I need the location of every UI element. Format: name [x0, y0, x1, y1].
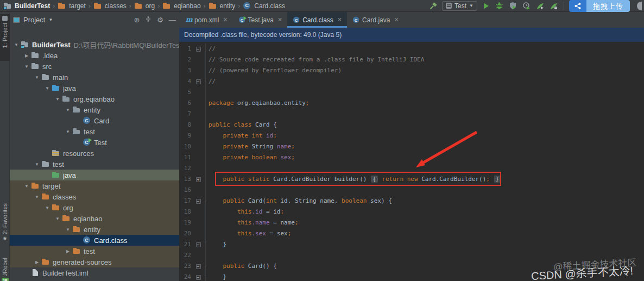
- tree-arrow-icon[interactable]: ▼: [22, 184, 31, 189]
- code-line[interactable]: 21− }: [179, 239, 644, 250]
- tree-arrow-icon[interactable]: ▶: [64, 249, 72, 254]
- tab-close-icon[interactable]: ✕: [337, 16, 342, 23]
- tree-row-buildertest-iml[interactable]: BuilderTest.iml: [10, 267, 179, 278]
- drag-upload-button[interactable]: 拖拽上传: [586, 0, 630, 12]
- fold-plus-icon[interactable]: +: [196, 177, 201, 182]
- breadcrumb-item[interactable]: target: [58, 2, 86, 10]
- jrebel-debug-button[interactable]: [549, 1, 559, 11]
- breadcrumb-item[interactable]: Card.class: [243, 2, 285, 10]
- code-line[interactable]: 10 private String name;: [179, 141, 644, 152]
- tree-arrow-icon[interactable]: ▼: [33, 162, 41, 167]
- tree-arrow-icon[interactable]: ▼: [53, 97, 62, 102]
- tool-window-favorites-button[interactable]: 2: Favorites ★: [0, 203, 10, 258]
- hide-panel-icon[interactable]: —: [169, 16, 176, 23]
- fold-minus-icon[interactable]: −: [196, 264, 201, 269]
- tool-window-jrebel-button[interactable]: JRebel JR: [0, 258, 10, 281]
- tree-arrow-icon[interactable]: ▼: [64, 108, 72, 113]
- editor-tab-test-java[interactable]: Test.java✕: [233, 12, 288, 28]
- tree-row--idea[interactable]: ▶.idea: [10, 50, 179, 61]
- code-line[interactable]: 24− }: [179, 272, 644, 281]
- code-line[interactable]: 17− public Card(int id, String name, boo…: [179, 196, 644, 207]
- tree-arrow-icon[interactable]: ▼: [64, 227, 72, 232]
- tree-row-card-class[interactable]: Card.class: [10, 235, 179, 246]
- fold-minus-icon[interactable]: −: [196, 47, 201, 52]
- tree-row-main[interactable]: ▼main: [10, 72, 179, 83]
- code-line[interactable]: 4−//: [179, 76, 644, 87]
- tree-arrow-icon[interactable]: ▶: [22, 53, 31, 58]
- run-with-coverage-button[interactable]: [508, 1, 518, 11]
- code-line[interactable]: 7: [179, 109, 644, 120]
- upload-widget[interactable]: 拖拽上传: [569, 1, 630, 11]
- tree-row-test[interactable]: ▶test: [10, 246, 179, 257]
- code-line[interactable]: 3// (powered by Fernflower decompiler): [179, 65, 644, 76]
- collapse-all-icon[interactable]: [145, 16, 151, 23]
- tree-row-pom-xml[interactable]: pom.xml: [10, 278, 179, 281]
- tree-arrow-icon[interactable]: ▼: [53, 216, 62, 221]
- tree-arrow-icon[interactable]: ▼: [22, 64, 31, 69]
- tree-row-resources[interactable]: resources: [10, 148, 179, 159]
- breadcrumb-item[interactable]: BuilderTest: [3, 2, 50, 10]
- breadcrumb-item[interactable]: entity: [209, 2, 236, 10]
- build-hammer-icon[interactable]: [428, 1, 438, 11]
- debug-button[interactable]: [495, 1, 504, 11]
- tree-row-eqianbao[interactable]: ▼eqianbao: [10, 213, 179, 224]
- tool-window-project-button[interactable]: 1: Project: [0, 14, 10, 61]
- tree-row-java[interactable]: ▼java: [10, 83, 179, 93]
- tree-arrow-icon[interactable]: ▼: [33, 195, 41, 199]
- project-panel-title[interactable]: Project: [23, 16, 45, 24]
- code-line[interactable]: 2// Source code recreated from a .class …: [179, 54, 644, 65]
- editor-tab-pom-xml[interactable]: pom.xml✕: [179, 12, 233, 28]
- locate-file-icon[interactable]: ⊕: [134, 16, 140, 23]
- breadcrumb-item[interactable]: eqianbao: [162, 2, 200, 10]
- breadcrumb-item[interactable]: org: [134, 2, 155, 10]
- code-editor[interactable]: 1−//2// Source code recreated from a .cl…: [179, 42, 644, 281]
- run-configuration-select[interactable]: Test ▼: [442, 1, 477, 11]
- tree-row-org[interactable]: ▼org: [10, 202, 179, 213]
- tab-close-icon[interactable]: ✕: [277, 16, 282, 23]
- fold-minus-icon[interactable]: −: [196, 79, 201, 84]
- tree-arrow-icon[interactable]: ▼: [12, 42, 21, 47]
- tree-arrow-icon[interactable]: ▼: [33, 75, 41, 80]
- tree-row-src[interactable]: ▼src: [10, 61, 179, 72]
- tab-close-icon[interactable]: ✕: [394, 16, 399, 23]
- fold-minus-icon[interactable]: −: [196, 199, 201, 204]
- tree-arrow-icon[interactable]: ▼: [43, 205, 52, 210]
- run-button[interactable]: [481, 1, 491, 11]
- tree-row-entity[interactable]: ▼entity: [10, 224, 179, 235]
- code-line[interactable]: 5: [179, 87, 644, 98]
- code-line[interactable]: 19 this.name = name;: [179, 217, 644, 228]
- tree-row-test[interactable]: Test: [10, 137, 179, 148]
- code-line[interactable]: 6package org.eqianbao.entity;: [179, 98, 644, 109]
- tree-arrow-icon[interactable]: ▼: [43, 86, 52, 91]
- tree-arrow-icon[interactable]: ▼: [64, 129, 72, 134]
- fold-minus-icon[interactable]: −: [196, 275, 201, 280]
- profiler-button[interactable]: [522, 1, 532, 11]
- tree-arrow-icon[interactable]: ▶: [33, 260, 41, 265]
- code-line[interactable]: 18 this.id = id;: [179, 207, 644, 217]
- tree-row-org-eqianbao[interactable]: ▼org.eqianbao: [10, 93, 179, 104]
- code-line[interactable]: 8public class Card {: [179, 120, 644, 130]
- tree-row-generated-sources[interactable]: ▶generated-sources: [10, 257, 179, 267]
- code-line[interactable]: 13+ public static Card.CardBuilder build…: [179, 174, 644, 185]
- code-line[interactable]: 16: [179, 185, 644, 196]
- tree-row-card[interactable]: Card: [10, 115, 179, 126]
- editor-tab-card-class[interactable]: Card.class✕: [287, 12, 347, 28]
- tree-row-target[interactable]: ▼target: [10, 180, 179, 191]
- tree-row-buildertest[interactable]: ▼BuilderTestD:\项目代码\RabbitMQ\BuilderTes: [10, 39, 179, 50]
- fold-minus-icon[interactable]: −: [196, 242, 201, 247]
- code-line[interactable]: 11 private boolean sex;: [179, 152, 644, 163]
- tree-row-test[interactable]: ▼test: [10, 159, 179, 170]
- code-line[interactable]: 9 private int id;: [179, 130, 644, 141]
- code-line[interactable]: 12: [179, 163, 644, 174]
- toolbar-overflow-handle[interactable]: [637, 2, 642, 10]
- tree-row-classes[interactable]: ▼classes: [10, 191, 179, 202]
- code-line[interactable]: 23− public Card() {: [179, 261, 644, 272]
- editor-tab-card-java[interactable]: Card.java✕: [347, 12, 404, 28]
- chevron-down-icon[interactable]: ▼: [48, 17, 53, 22]
- tab-close-icon[interactable]: ✕: [223, 16, 228, 23]
- breadcrumb-item[interactable]: classes: [93, 2, 127, 10]
- settings-gear-icon[interactable]: ⚙: [157, 16, 163, 23]
- code-line[interactable]: 1−//: [179, 43, 644, 54]
- tree-row-java[interactable]: java: [10, 170, 179, 180]
- code-line[interactable]: 22: [179, 250, 644, 261]
